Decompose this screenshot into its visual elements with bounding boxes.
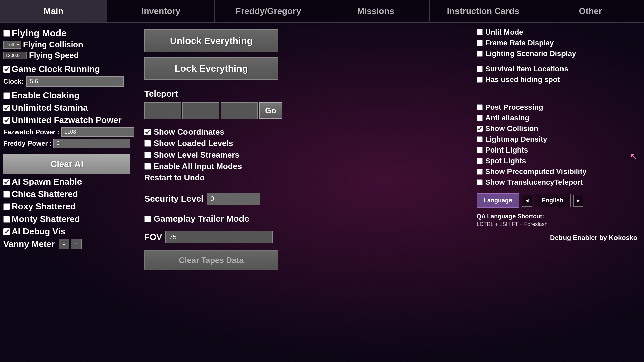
anti-aliasing-checkbox[interactable]: [477, 115, 483, 121]
lightmap-density-item: Lightmap Density: [477, 135, 637, 144]
freddy-power-input[interactable]: [53, 139, 130, 148]
post-processing-checkbox[interactable]: [477, 104, 483, 110]
unlit-mode-checkbox[interactable]: [477, 29, 483, 35]
flying-speed-input[interactable]: [3, 52, 27, 59]
enable-cloaking-item: Enable Cloaking: [3, 90, 130, 101]
show-translucency-checkbox[interactable]: [477, 179, 483, 185]
post-processing-label: Post Processing: [485, 103, 543, 112]
fov-row: FOV: [144, 231, 460, 243]
spot-lights-item: Spot Lights: [477, 157, 637, 165]
flying-mode-checkbox[interactable]: [3, 30, 10, 37]
roxy-shattered-label: Roxy Shattered: [12, 201, 76, 212]
unlock-everything-button[interactable]: Unlock Everything: [144, 29, 278, 52]
unlimited-fazwatch-item: Unlimited Fazwatch Power: [3, 115, 130, 125]
flying-mode-item[interactable]: Flying Mode: [3, 28, 66, 39]
show-level-streamers-label: Show Level Streamers: [154, 150, 239, 160]
show-loaded-levels-label: Show Loaded Levels: [154, 139, 233, 148]
security-level-label: Security Level: [144, 194, 203, 204]
security-level-row: Security Level: [144, 193, 460, 205]
teleport-section: Teleport Go: [144, 88, 460, 119]
show-translucency-label: Show TranslucencyTeleport: [485, 178, 583, 187]
navigation-tabs: Main Inventory Freddy/Gregory Missions I…: [0, 0, 644, 23]
language-button[interactable]: Language: [477, 193, 519, 208]
fazwatch-power-label: Fazwatch Power :: [3, 128, 60, 136]
language-section: Language ◄ English ►: [477, 193, 637, 208]
center-panel: Unlock Everything Lock Everything Telepo…: [134, 23, 470, 362]
ai-debug-label: AI Debug Vis: [12, 226, 65, 237]
clear-ai-button[interactable]: Clear AI: [3, 154, 130, 174]
survival-item-checkbox[interactable]: [477, 66, 483, 72]
teleport-z-input[interactable]: [221, 102, 258, 119]
clock-row: Clock:: [3, 76, 130, 87]
language-prev-button[interactable]: ◄: [522, 195, 532, 207]
qa-shortcut-label: QA Language Shortcut:: [477, 213, 637, 220]
lighting-scenario-item: Lighting Scenario Display: [477, 49, 637, 58]
chica-shattered-checkbox[interactable]: [3, 191, 10, 198]
frame-rate-checkbox[interactable]: [477, 40, 483, 46]
lock-everything-button[interactable]: Lock Everything: [144, 57, 278, 80]
flying-mode-row: Flying Mode: [3, 28, 130, 39]
ai-debug-checkbox[interactable]: [3, 228, 10, 235]
teleport-label: Teleport: [144, 88, 460, 99]
show-collision-checkbox[interactable]: [477, 126, 483, 132]
lightmap-density-label: Lightmap Density: [485, 135, 547, 144]
point-lights-checkbox[interactable]: [477, 147, 483, 153]
restart-to-undo-item: Restart to Undo: [144, 173, 460, 182]
monty-shattered-item: Monty Shattered: [3, 214, 130, 224]
show-precomputed-label: Show Precomputed Visibility: [485, 167, 587, 176]
monty-shattered-checkbox[interactable]: [3, 216, 10, 223]
spot-lights-label: Spot Lights: [485, 157, 526, 165]
tab-missions[interactable]: Missions: [322, 0, 430, 22]
has-used-hiding-label: Has used hiding spot: [485, 75, 560, 84]
lighting-scenario-checkbox[interactable]: [477, 51, 483, 57]
roxy-shattered-item: Roxy Shattered: [3, 201, 130, 212]
enable-cloaking-checkbox[interactable]: [3, 92, 10, 99]
spot-lights-checkbox[interactable]: [477, 158, 483, 164]
fazwatch-power-row: Fazwatch Power :: [3, 127, 130, 137]
ai-spawn-label: AI Spawn Enable: [12, 177, 82, 187]
teleport-y-input[interactable]: [182, 102, 219, 119]
unlimited-fazwatch-checkbox[interactable]: [3, 117, 10, 124]
survival-item-label: Survival Item Locations: [485, 65, 568, 73]
has-used-hiding-checkbox[interactable]: [477, 77, 483, 83]
unlimited-stamina-checkbox[interactable]: [3, 105, 10, 111]
unlit-mode-label: Unlit Mode: [485, 28, 523, 37]
fazwatch-power-input[interactable]: [61, 127, 134, 137]
teleport-go-button[interactable]: Go: [259, 102, 282, 119]
show-coordinates-checkbox[interactable]: [144, 129, 151, 135]
flying-collision-select[interactable]: Full: [3, 41, 21, 49]
center-checkbox-list: Show Coordinates Show Loaded Levels Show…: [144, 127, 460, 184]
unlimited-stamina-item: Unlimited Stamina: [3, 103, 130, 113]
tab-main[interactable]: Main: [0, 0, 107, 22]
flying-speed-label: Flying Speed: [29, 51, 79, 60]
game-clock-item: Game Clock Running: [3, 64, 130, 74]
ai-spawn-checkbox[interactable]: [3, 179, 10, 185]
game-clock-checkbox[interactable]: [3, 66, 10, 73]
point-lights-label: Point Lights: [485, 146, 528, 155]
vanny-plus-button[interactable]: +: [71, 239, 82, 249]
lightmap-density-checkbox[interactable]: [477, 136, 483, 142]
tab-other[interactable]: Other: [537, 0, 644, 22]
teleport-x-input[interactable]: [144, 102, 181, 119]
fov-input[interactable]: [165, 231, 273, 243]
tab-freddy-gregory[interactable]: Freddy/Gregory: [215, 0, 322, 22]
security-level-input[interactable]: [207, 193, 260, 205]
monty-shattered-label: Monty Shattered: [12, 214, 80, 224]
language-next-button[interactable]: ►: [573, 195, 583, 207]
has-used-hiding-item: Has used hiding spot: [477, 75, 637, 84]
vanny-minus-button[interactable]: -: [59, 239, 69, 249]
tab-inventory[interactable]: Inventory: [107, 0, 215, 22]
enable-all-input-checkbox[interactable]: [144, 163, 151, 170]
clear-tapes-button[interactable]: Clear Tapes Data: [144, 250, 278, 270]
survival-item-item: Survival Item Locations: [477, 65, 637, 73]
clock-input[interactable]: [26, 76, 124, 87]
ai-spawn-item: AI Spawn Enable: [3, 177, 130, 187]
show-level-streamers-checkbox[interactable]: [144, 152, 151, 158]
enable-all-input-item: Enable All Input Modes: [144, 162, 460, 171]
show-loaded-levels-checkbox[interactable]: [144, 140, 151, 147]
show-precomputed-checkbox[interactable]: [477, 169, 483, 175]
tab-instruction-cards[interactable]: Instruction Cards: [430, 0, 537, 22]
frame-rate-item: Frame Rate Display: [477, 39, 637, 47]
gameplay-trailer-checkbox[interactable]: [144, 216, 151, 222]
roxy-shattered-checkbox[interactable]: [3, 203, 10, 210]
